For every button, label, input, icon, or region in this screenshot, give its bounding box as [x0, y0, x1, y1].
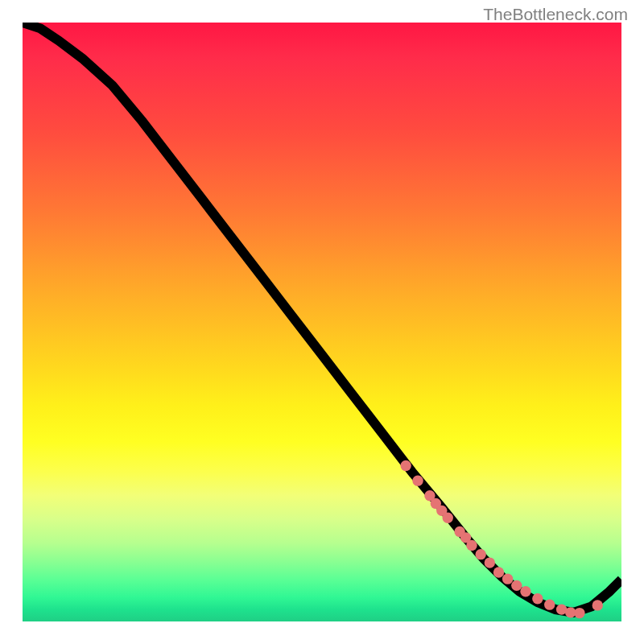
watermark-text: TheBottleneck.com: [483, 5, 628, 24]
scatter-point: [532, 593, 543, 604]
scatter-point: [466, 540, 477, 551]
scatter-point: [400, 460, 411, 471]
scatter-points-group: [400, 460, 602, 618]
scatter-point: [502, 573, 513, 584]
scatter-point: [592, 600, 603, 610]
scatter-point: [493, 567, 504, 577]
scatter-point: [520, 586, 530, 597]
scatter-point: [485, 557, 495, 568]
scatter-point: [574, 608, 584, 618]
scatter-point: [475, 549, 485, 559]
scatter-point: [412, 475, 423, 485]
chart-plot-area: [23, 23, 621, 621]
chart-svg-layer: [23, 23, 621, 621]
scatter-point: [544, 599, 555, 609]
scatter-point: [511, 580, 522, 591]
scatter-point: [443, 513, 453, 523]
bottleneck-curve-line: [23, 23, 621, 613]
